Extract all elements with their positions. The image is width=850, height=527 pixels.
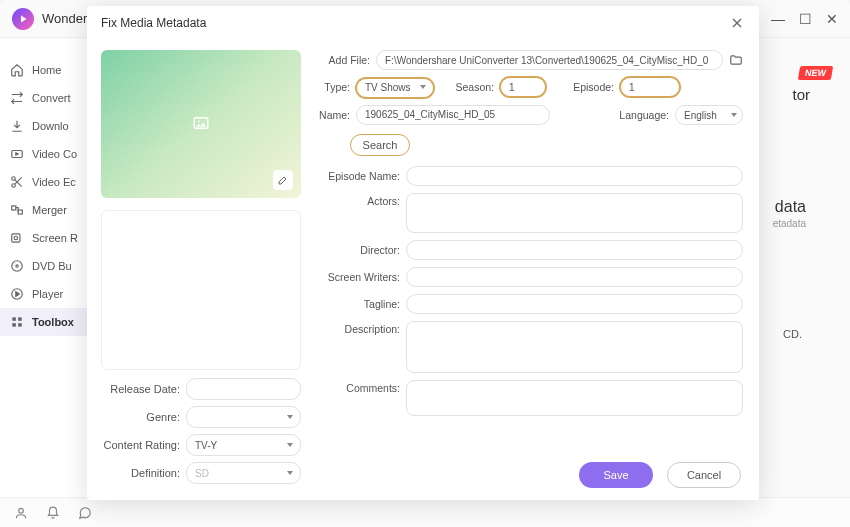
- description-input[interactable]: [406, 321, 743, 373]
- svg-point-16: [198, 120, 200, 122]
- svg-rect-10: [12, 317, 16, 321]
- season-label: Season:: [444, 81, 500, 93]
- content-rating-label: Content Rating:: [101, 439, 186, 451]
- minimize-button[interactable]: —: [771, 11, 785, 27]
- director-label: Director:: [318, 244, 406, 256]
- sidebar-item-label: DVD Bu: [32, 260, 72, 272]
- actors-label: Actors:: [318, 193, 406, 207]
- sidebar-item-video-editor[interactable]: Video Ec: [0, 168, 91, 196]
- svg-point-2: [12, 184, 16, 188]
- type-select[interactable]: [356, 78, 434, 98]
- grid-icon: [10, 315, 24, 329]
- svg-point-8: [16, 265, 18, 267]
- sidebar-item-screen-recorder[interactable]: Screen R: [0, 224, 91, 252]
- modal-close-button[interactable]: [729, 15, 745, 31]
- actors-input[interactable]: [406, 193, 743, 233]
- genre-label: Genre:: [101, 411, 186, 423]
- season-input[interactable]: [500, 77, 546, 97]
- media-thumbnail: [101, 50, 301, 198]
- svg-point-6: [14, 236, 18, 240]
- episode-name-input[interactable]: [406, 166, 743, 186]
- release-date-input[interactable]: [186, 378, 301, 400]
- tagline-label: Tagline:: [318, 298, 406, 310]
- genre-select[interactable]: [186, 406, 301, 428]
- sidebar-item-video-compressor[interactable]: Video Co: [0, 140, 91, 168]
- sidebar-item-label: Video Ec: [32, 176, 76, 188]
- feedback-icon[interactable]: [78, 506, 92, 520]
- comments-label: Comments:: [318, 380, 406, 394]
- episode-name-label: Episode Name:: [318, 170, 406, 182]
- sidebar-item-player[interactable]: Player: [0, 280, 91, 308]
- sidebar-item-label: Screen R: [32, 232, 78, 244]
- sidebar-item-merger[interactable]: Merger: [0, 196, 91, 224]
- release-date-label: Release Date:: [101, 383, 186, 395]
- search-button[interactable]: Search: [350, 134, 410, 156]
- new-badge: NEW: [798, 66, 833, 80]
- episode-label: Episode:: [556, 81, 620, 93]
- modal-title: Fix Media Metadata: [101, 16, 206, 30]
- sidebar-item-downloader[interactable]: Downlo: [0, 112, 91, 140]
- language-select[interactable]: [675, 105, 743, 125]
- svg-rect-11: [18, 317, 22, 321]
- svg-rect-4: [18, 210, 22, 214]
- download-icon: [10, 119, 24, 133]
- disc-icon: [10, 259, 24, 273]
- partial-text-etadata: etadata: [773, 218, 806, 229]
- save-button[interactable]: Save: [579, 462, 653, 488]
- director-input[interactable]: [406, 240, 743, 260]
- bell-icon[interactable]: [46, 506, 60, 520]
- partial-text-cd: CD.: [783, 328, 802, 340]
- name-label: Name:: [318, 109, 356, 121]
- sidebar-item-converter[interactable]: Convert: [0, 84, 91, 112]
- tagline-input[interactable]: [406, 294, 743, 314]
- home-icon: [10, 63, 24, 77]
- add-file-label: Add File:: [318, 54, 376, 66]
- language-label: Language:: [603, 109, 675, 121]
- app-logo: [12, 8, 34, 30]
- sidebar-item-home[interactable]: Home: [0, 56, 91, 84]
- add-file-input[interactable]: [376, 50, 723, 70]
- screen-writers-input[interactable]: [406, 267, 743, 287]
- svg-rect-13: [18, 323, 22, 327]
- sidebar-item-label: Downlo: [32, 120, 69, 132]
- compress-icon: [10, 147, 24, 161]
- sidebar-item-dvd-burner[interactable]: DVD Bu: [0, 252, 91, 280]
- folder-icon[interactable]: [729, 53, 743, 67]
- svg-point-14: [19, 508, 24, 513]
- svg-point-1: [12, 177, 16, 181]
- partial-text-tor: tor: [792, 86, 810, 103]
- name-input[interactable]: [356, 105, 550, 125]
- comments-input[interactable]: [406, 380, 743, 416]
- content-rating-select[interactable]: [186, 434, 301, 456]
- sidebar-item-label: Toolbox: [32, 316, 74, 328]
- definition-select[interactable]: [186, 462, 301, 484]
- svg-point-7: [12, 261, 23, 272]
- play-icon: [10, 287, 24, 301]
- sidebar-item-label: Merger: [32, 204, 67, 216]
- description-label: Description:: [318, 321, 406, 335]
- maximize-button[interactable]: ☐: [799, 11, 812, 27]
- sidebar-item-label: Player: [32, 288, 63, 300]
- info-placeholder: [101, 210, 301, 370]
- image-icon: [190, 114, 212, 132]
- definition-label: Definition:: [101, 467, 186, 479]
- status-bar: [0, 497, 850, 527]
- record-icon: [10, 231, 24, 245]
- episode-input[interactable]: [620, 77, 680, 97]
- svg-rect-12: [12, 323, 16, 327]
- screen-writers-label: Screen Writers:: [318, 271, 406, 283]
- sidebar-item-toolbox[interactable]: Toolbox: [0, 308, 91, 336]
- user-icon[interactable]: [14, 506, 28, 520]
- fix-metadata-modal: Fix Media Metadata Release Date: Genre: …: [87, 6, 759, 500]
- merge-icon: [10, 203, 24, 217]
- close-button[interactable]: ✕: [826, 11, 838, 27]
- sidebar: Home Convert Downlo Video Co Video Ec Me…: [0, 38, 92, 527]
- sidebar-item-label: Convert: [32, 92, 71, 104]
- svg-rect-5: [12, 234, 20, 242]
- sidebar-item-label: Home: [32, 64, 61, 76]
- svg-rect-3: [12, 206, 16, 210]
- type-label: Type:: [318, 81, 356, 93]
- edit-thumbnail-button[interactable]: [273, 170, 293, 190]
- scissors-icon: [10, 175, 24, 189]
- cancel-button[interactable]: Cancel: [667, 462, 741, 488]
